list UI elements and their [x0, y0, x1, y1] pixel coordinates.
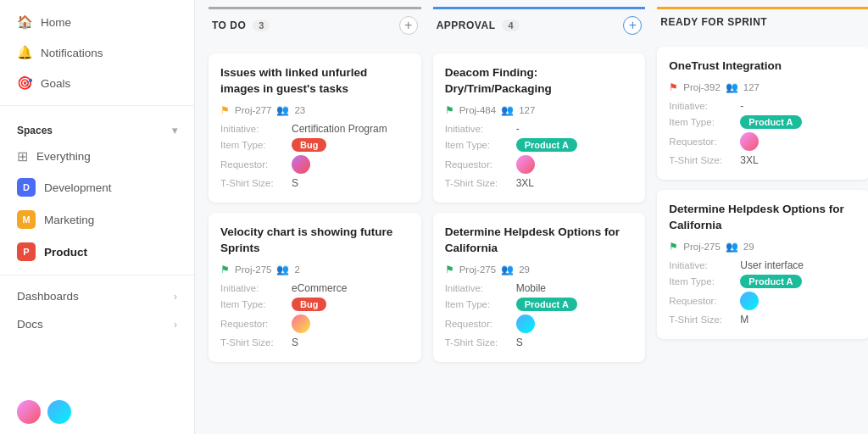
card-c2-type-field: Item Type: Bug [220, 298, 409, 311]
requestor-label-c5: Requestor: [669, 136, 735, 147]
dashboards-chevron-icon: › [174, 291, 177, 303]
card-c6-flag: ⚑ [669, 241, 678, 253]
docs-chevron-icon: › [174, 319, 177, 331]
card-c6-tshirt-field: T-Shirt Size: M [669, 314, 858, 326]
sidebar-item-notifications[interactable]: 🔔 Notifications [0, 37, 194, 68]
divider-2 [0, 275, 194, 275]
card-c5-proj: Proj-392 [683, 82, 720, 92]
card-c2-requestor-field: Requestor: [220, 314, 409, 333]
tshirt-label-c6: T-Shirt Size: [669, 314, 735, 325]
card-c6-proj: Proj-275 [683, 242, 720, 252]
card-c3-tshirt: 3XL [516, 177, 534, 189]
card-c4-tshirt: S [516, 337, 523, 348]
card-c1-requestor-field: Requestor: [220, 155, 409, 174]
card-c2-meta: ⚑ Proj-275 👥 2 [220, 264, 409, 275]
sidebar-item-product[interactable]: P Product [0, 236, 194, 268]
sidebar-item-goals[interactable]: 🎯 Goals [0, 68, 194, 98]
card-c1[interactable]: Issues with linked unfurled images in gu… [209, 53, 421, 203]
sidebar-item-docs[interactable]: Docs › [0, 310, 194, 338]
initiative-label-c5: Initiative: [669, 101, 735, 111]
development-badge: D [17, 178, 36, 197]
card-c4[interactable]: Determine Helpdesk Options for Californi… [433, 213, 646, 362]
item-type-label-c2: Item Type: [220, 299, 287, 309]
sidebar-item-development[interactable]: D Development [0, 171, 194, 203]
card-c6-people-count: 29 [743, 242, 754, 252]
card-c3-flag: ⚑ [445, 104, 454, 116]
card-c6[interactable]: Determine Helpdesk Options for Californi… [657, 190, 868, 339]
column-add-todo[interactable]: + [399, 16, 418, 35]
card-c3[interactable]: Deacom Finding: Dry/Trim/Packaging ⚑ Pro… [433, 53, 646, 203]
card-c3-initiative-field: Initiative: - [445, 123, 634, 135]
card-c4-type-field: Item Type: Product A [445, 298, 634, 311]
main-board: TO DO 3 + Issues with linked unfurled im… [195, 0, 868, 434]
item-type-label-c5: Item Type: [669, 117, 735, 127]
sidebar-item-home[interactable]: 🏠 Home [0, 7, 194, 37]
card-c5-requestor-field: Requestor: [669, 132, 858, 151]
marketing-badge: M [17, 210, 36, 229]
card-c2-requestor-avatar [292, 314, 310, 333]
initiative-label: Initiative: [220, 124, 287, 134]
card-c2-initiative-field: Initiative: eCommerce [220, 282, 409, 294]
card-c1-meta: ⚑ Proj-277 👥 23 [220, 104, 409, 116]
column-header-sprint: READY FOR SPRINT [657, 7, 868, 36]
user-avatar-row [0, 390, 194, 434]
column-count-approval: 4 [502, 19, 519, 31]
column-add-approval[interactable]: + [623, 16, 642, 35]
card-c3-requestor-field: Requestor: [445, 155, 634, 174]
sidebar-item-marketing-label: Marketing [44, 214, 94, 226]
card-c5-type-tag: Product A [740, 115, 801, 129]
column-title-sprint: READY FOR SPRINT [660, 16, 767, 28]
sidebar-item-marketing[interactable]: M Marketing [0, 203, 194, 236]
column-approval: APPROVAL 4 + Deacom Finding: Dry/Trim/Pa… [433, 7, 646, 362]
card-c6-title: Determine Helpdesk Options for Californi… [669, 202, 858, 234]
sidebar-item-dashboards[interactable]: Dashboards › [0, 282, 194, 310]
card-c4-requestor-field: Requestor: [445, 314, 634, 333]
column-title-todo: TO DO [212, 19, 246, 31]
goals-icon: 🎯 [17, 75, 32, 91]
card-c1-flag: ⚑ [220, 104, 230, 116]
sidebar-item-home-label: Home [41, 16, 71, 29]
card-c5-tshirt: 3XL [740, 154, 758, 166]
card-c6-requestor-avatar [740, 292, 759, 310]
card-c2-tshirt: S [292, 337, 298, 348]
tshirt-label-c4: T-Shirt Size: [445, 337, 511, 348]
card-c6-requestor-field: Requestor: [669, 292, 858, 310]
card-c6-meta: ⚑ Proj-275 👥 29 [669, 241, 858, 253]
requestor-label-c2: Requestor: [220, 319, 287, 329]
tshirt-label-c2: T-Shirt Size: [220, 337, 287, 348]
card-c4-initiative: Mobile [516, 282, 546, 294]
requestor-label-c3: Requestor: [445, 159, 511, 170]
card-c5[interactable]: OneTrust Integration ⚑ Proj-392 👥 127 In… [657, 47, 868, 180]
column-header-todo: TO DO 3 + [209, 7, 421, 43]
initiative-label-c6: Initiative: [669, 260, 735, 270]
docs-label: Docs [17, 318, 43, 331]
user-avatar-2[interactable] [47, 400, 71, 424]
card-c3-initiative: - [516, 123, 520, 135]
card-c4-requestor-avatar [516, 314, 535, 333]
card-c3-type-field: Item Type: Product A [445, 138, 634, 152]
card-c6-type-field: Item Type: Product A [669, 275, 858, 288]
sidebar-item-everything[interactable]: ⊞ Everything [0, 142, 194, 171]
card-c2[interactable]: Velocity chart is showing future Sprints… [209, 213, 421, 362]
card-c2-tshirt-field: T-Shirt Size: S [220, 337, 409, 348]
sidebar: 🏠 Home 🔔 Notifications 🎯 Goals Spaces ▾ … [0, 0, 195, 434]
card-c2-flag: ⚑ [220, 264, 230, 275]
card-c6-type-tag: Product A [740, 275, 801, 288]
card-c1-initiative: Certification Program [292, 123, 387, 135]
user-avatar[interactable] [17, 400, 41, 424]
requestor-label-c6: Requestor: [669, 296, 735, 306]
card-c5-meta: ⚑ Proj-392 👥 127 [669, 81, 858, 93]
card-c5-people-count: 127 [743, 82, 760, 92]
spaces-label: Spaces [17, 125, 53, 136]
card-c5-tshirt-field: T-Shirt Size: 3XL [669, 154, 858, 166]
card-c2-people-count: 2 [294, 264, 299, 275]
card-c6-initiative-field: Initiative: User interface [669, 259, 858, 271]
dashboards-label: Dashboards [17, 290, 79, 303]
column-count-todo: 3 [253, 19, 270, 31]
initiative-label-c4: Initiative: [445, 283, 511, 293]
card-c3-meta: ⚑ Proj-484 👥 127 [445, 104, 634, 116]
card-c3-proj: Proj-484 [459, 105, 496, 115]
column-todo: TO DO 3 + Issues with linked unfurled im… [209, 7, 421, 362]
item-type-label: Item Type: [220, 140, 287, 150]
card-c6-initiative: User interface [740, 259, 804, 271]
